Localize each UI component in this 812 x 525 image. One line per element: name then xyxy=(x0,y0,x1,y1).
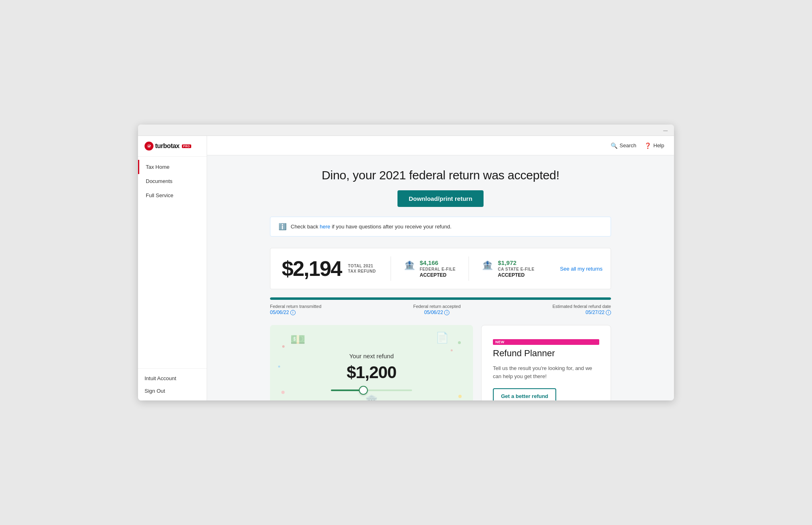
refund-planner-visual: Your next refund $1,200 xyxy=(331,353,412,391)
step2-info-icon: i xyxy=(444,310,449,315)
state-label: CA STATE E-FILE xyxy=(498,267,534,271)
info-banner-text: Check back here if you have questions af… xyxy=(291,224,451,230)
logo-text: turbotax xyxy=(155,142,179,150)
dot3 xyxy=(458,341,461,344)
main-content: 🔍 Search ❓ Help Dino, your 2021 federal … xyxy=(207,136,674,400)
state-status: ACCEPTED xyxy=(498,272,534,278)
sidebar-item-sign-out[interactable]: Sign Out xyxy=(138,385,207,397)
step3-info-icon: i xyxy=(606,310,611,315)
refund-slider[interactable] xyxy=(331,389,412,391)
bottom-cards: 💵 📄 🏛️ Your next refund xyxy=(270,325,611,400)
help-button[interactable]: ❓ Help xyxy=(644,142,664,149)
step2-date[interactable]: 05/06/22 i xyxy=(424,310,450,315)
new-badge: NEW xyxy=(493,339,599,345)
step3-date[interactable]: 05/27/22 i xyxy=(585,310,611,315)
get-better-refund-button[interactable]: Get a better refund xyxy=(493,388,556,400)
download-print-button[interactable]: Download/print return xyxy=(397,190,484,207)
total-label-line2: TAX REFUND xyxy=(348,269,376,273)
state-icon: 🏦 xyxy=(482,260,493,271)
sidebar: turbotax PRO Tax Home Documents Full Ser… xyxy=(138,136,207,400)
search-icon: 🔍 xyxy=(611,142,618,149)
search-button[interactable]: 🔍 Search xyxy=(611,142,636,149)
progress-bar-fill xyxy=(270,297,611,300)
dot2 xyxy=(278,366,280,368)
dot4 xyxy=(281,391,285,394)
progress-step-3: Estimated federal refund date 05/27/22 i xyxy=(553,304,611,315)
step1-label: Federal return transmitted xyxy=(270,304,322,309)
info-icon: ℹ️ xyxy=(279,223,287,230)
progress-step-1: Federal return transmitted 05/06/22 i xyxy=(270,304,322,315)
deco-w4-icon: 📄 xyxy=(436,331,449,344)
sidebar-nav: Tax Home Documents Full Service xyxy=(138,157,207,368)
federal-amount: $4,166 xyxy=(420,259,456,266)
hero-section: Dino, your 2021 federal return was accep… xyxy=(270,168,611,207)
deco-building-icon: 🏛️ xyxy=(365,394,378,400)
main-refund-amount: $2,194 xyxy=(282,256,341,281)
step1-info-icon: i xyxy=(290,310,296,315)
state-stat: 🏦 $1,972 CA STATE E-FILE ACCEPTED xyxy=(472,253,544,284)
turbotax-logo: turbotax PRO xyxy=(145,142,191,151)
dot6 xyxy=(451,349,453,351)
sidebar-item-full-service[interactable]: Full Service xyxy=(138,188,207,202)
svg-point-0 xyxy=(147,144,151,148)
step1-date[interactable]: 05/06/22 i xyxy=(270,310,296,315)
progress-section: Federal return transmitted 05/06/22 i Fe… xyxy=(270,297,611,315)
refund-planner-desc: Tell us the result you're looking for, a… xyxy=(493,364,599,380)
refund-planner-visual-card: 💵 📄 🏛️ Your next refund xyxy=(270,325,473,400)
progress-labels: Federal return transmitted 05/06/22 i Fe… xyxy=(270,304,611,315)
next-refund-amount: $1,200 xyxy=(331,363,412,382)
federal-stat: 🏦 $4,166 FEDERAL E-FILE ACCEPTED xyxy=(394,253,465,284)
minimize-button[interactable]: — xyxy=(662,127,669,134)
divider2 xyxy=(469,256,469,281)
app-container: turbotax PRO Tax Home Documents Full Ser… xyxy=(138,136,674,400)
federal-icon: 🏦 xyxy=(404,260,415,271)
sidebar-footer: Intuit Account Sign Out xyxy=(138,368,207,400)
info-banner-link[interactable]: here xyxy=(320,224,330,230)
content-inner: Dino, your 2021 federal return was accep… xyxy=(238,155,644,400)
sidebar-item-documents[interactable]: Documents xyxy=(138,174,207,188)
content-scroll[interactable]: Dino, your 2021 federal return was accep… xyxy=(207,155,674,400)
state-amount: $1,972 xyxy=(498,259,534,266)
sidebar-item-tax-home[interactable]: Tax Home xyxy=(138,160,207,174)
app-window: — turbotax PRO Tax Home Documents Full S… xyxy=(138,125,674,400)
progress-step-2: Federal return accepted 05/06/22 i xyxy=(413,304,461,315)
main-refund: $2,194 TOTAL 2021 TAX REFUND xyxy=(270,248,387,289)
info-banner: ℹ️ Check back here if you have questions… xyxy=(270,217,611,237)
page-title: Dino, your 2021 federal return was accep… xyxy=(270,168,611,182)
dot5 xyxy=(458,395,462,398)
titlebar: — xyxy=(138,125,674,136)
dot1 xyxy=(282,345,285,348)
logo-badge: PRO xyxy=(182,144,191,148)
deco-money-icon: 💵 xyxy=(290,332,305,346)
refund-planner-title: Refund Planner xyxy=(493,348,599,359)
progress-bar-track xyxy=(270,297,611,300)
refund-info-card: NEW Refund Planner Tell us the result yo… xyxy=(481,325,611,400)
logo-area: turbotax PRO xyxy=(138,136,207,157)
next-refund-label: Your next refund xyxy=(331,353,412,359)
federal-label: FEDERAL E-FILE xyxy=(420,267,456,271)
slider-fill xyxy=(331,389,363,391)
stats-row: $2,194 TOTAL 2021 TAX REFUND 🏦 xyxy=(270,248,611,289)
help-icon: ❓ xyxy=(644,142,651,149)
federal-status: ACCEPTED xyxy=(420,272,456,278)
see-all-returns-link[interactable]: See all my returns xyxy=(560,266,611,272)
sidebar-item-intuit-account[interactable]: Intuit Account xyxy=(138,372,207,385)
slider-thumb[interactable] xyxy=(359,386,368,395)
divider xyxy=(391,256,391,281)
top-nav: 🔍 Search ❓ Help xyxy=(207,136,674,155)
step3-label: Estimated federal refund date xyxy=(553,304,611,309)
total-label-line1: TOTAL 2021 xyxy=(348,264,376,268)
logo-icon xyxy=(145,142,153,151)
step2-label: Federal return accepted xyxy=(413,304,461,309)
